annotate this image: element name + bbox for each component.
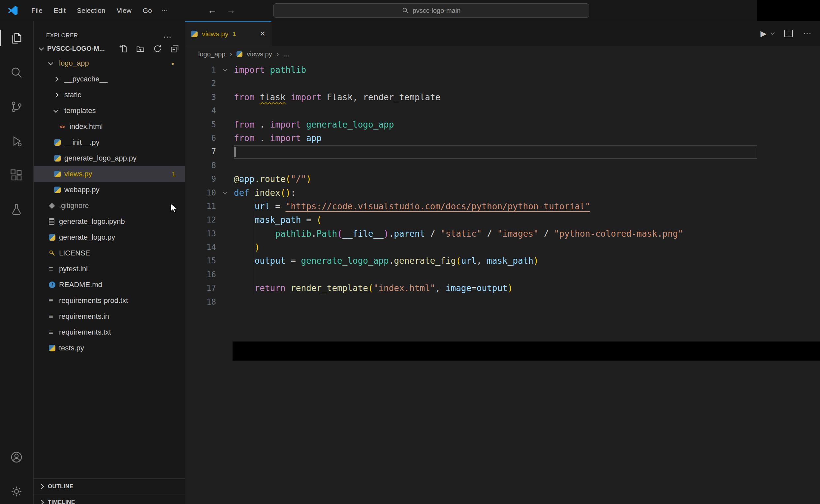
back-button[interactable]: ← — [208, 5, 217, 15]
tree-item-webapp.py[interactable]: webapp.py — [34, 182, 185, 198]
tree-item-.gitignore[interactable]: .gitignore — [34, 198, 185, 214]
tree-item-tests.py[interactable]: tests.py — [34, 340, 185, 356]
line-number[interactable]: 10 — [185, 186, 216, 200]
tree-item-generate_logo_app.py[interactable]: generate_logo_app.py — [34, 150, 185, 166]
menu-item-file[interactable]: File — [26, 5, 47, 16]
editor-more-button[interactable]: ··· — [803, 28, 811, 39]
line-number[interactable]: 18 — [185, 295, 216, 309]
new-folder-icon[interactable] — [136, 44, 144, 53]
activity-run-debug[interactable] — [0, 124, 33, 158]
line-number[interactable]: 15 — [185, 254, 216, 268]
tree-item-requirements-prod.txt[interactable]: ≡requirements-prod.txt — [34, 293, 185, 309]
fold-chevron-icon[interactable] — [223, 190, 227, 194]
tree-item-static[interactable]: static — [34, 87, 185, 103]
menu-item-edit[interactable]: Edit — [49, 5, 71, 16]
notebook-file-icon — [49, 218, 54, 225]
tree-item-templates[interactable]: templates — [34, 103, 185, 119]
line-number[interactable]: 5 — [185, 118, 216, 132]
line-number[interactable]: 9 — [185, 172, 216, 186]
split-editor-button[interactable] — [784, 30, 793, 37]
tree-item-pytest.ini[interactable]: ≡pytest.ini — [34, 261, 185, 277]
code-line-18[interactable]: 18 — [185, 295, 820, 309]
collapse-all-icon[interactable] — [170, 44, 179, 53]
breadcrumb-folder[interactable]: logo_app — [198, 50, 225, 58]
line-number[interactable]: 2 — [185, 77, 216, 90]
code-line-15[interactable]: 15 output = generate_logo_app.generate_f… — [185, 254, 820, 268]
line-number[interactable]: 17 — [185, 282, 216, 295]
line-number[interactable]: 12 — [185, 213, 216, 227]
code-line-17[interactable]: 17 return render_template("index.html", … — [185, 282, 820, 295]
tree-item-README.md[interactable]: iREADME.md — [34, 277, 185, 293]
tab-label: views.py — [202, 30, 228, 38]
menubar: FileEditSelectionViewGo — [26, 5, 157, 16]
line-number[interactable]: 4 — [185, 104, 216, 118]
tab-views-py[interactable]: views.py 1 × — [185, 21, 271, 46]
code-line-14[interactable]: 14 ) — [185, 241, 820, 254]
line-number[interactable]: 6 — [185, 132, 216, 145]
line-number[interactable]: 8 — [185, 159, 216, 172]
code-line-6[interactable]: 6from . import app — [185, 132, 820, 145]
line-number[interactable]: 11 — [185, 200, 216, 213]
project-root-row[interactable]: PVSCC-LOGO-M... — [34, 42, 185, 55]
code-line-8[interactable]: 8 — [185, 159, 820, 172]
command-center-search[interactable]: pvscc-logo-main — [273, 3, 589, 18]
project-root-label: PVSCC-LOGO-M... — [47, 45, 103, 52]
timeline-section-header[interactable]: TIMELINE — [34, 494, 185, 504]
tree-item-generate_logo.ipynb[interactable]: generate_logo.ipynb — [34, 214, 185, 229]
code-line-10[interactable]: 10def index(): — [185, 186, 820, 200]
activity-search[interactable] — [0, 55, 33, 90]
menu-item-selection[interactable]: Selection — [72, 5, 110, 16]
code-line-3[interactable]: 3from flask import Flask, render_templat… — [185, 91, 820, 104]
forward-button[interactable]: → — [227, 5, 235, 15]
line-number[interactable]: 14 — [185, 241, 216, 254]
code-editor[interactable]: 1import pathlib23from flask import Flask… — [185, 62, 820, 504]
explorer-more-button[interactable]: ··· — [163, 34, 171, 39]
fold-chevron-icon[interactable] — [223, 67, 227, 72]
tree-item-views.py[interactable]: views.py1 — [34, 166, 185, 182]
activity-explorer[interactable] — [0, 21, 33, 55]
run-button[interactable]: ▶ — [761, 29, 767, 38]
line-number[interactable]: 1 — [185, 63, 216, 77]
tree-item-logo_app[interactable]: logo_app● — [34, 55, 185, 71]
code-line-5[interactable]: 5from . import generate_logo_app — [185, 118, 820, 132]
tree-item-__pycache__[interactable]: __pycache__ — [34, 71, 185, 87]
refresh-icon[interactable] — [153, 44, 162, 53]
python-file-icon — [54, 155, 61, 162]
run-dropdown-chevron-icon[interactable] — [771, 31, 775, 35]
menu-item-go[interactable]: Go — [138, 5, 157, 16]
tree-item-label: tests.py — [59, 344, 84, 352]
tree-item-requirements.in[interactable]: ≡requirements.in — [34, 309, 185, 324]
code-line-9[interactable]: 9@app.route("/") — [185, 172, 820, 186]
menubar-more-button[interactable]: ··· — [157, 6, 172, 15]
code-line-2[interactable]: 2 — [185, 77, 820, 90]
redacted-region-editor — [232, 341, 820, 361]
tree-item-__init__.py[interactable]: __init__.py — [34, 134, 185, 150]
tree-item-requirements.txt[interactable]: ≡requirements.txt — [34, 324, 185, 340]
code-line-16[interactable]: 16 — [185, 268, 820, 282]
code-line-11[interactable]: 11 url = "https://code.visualstudio.com/… — [185, 200, 820, 213]
line-number[interactable]: 16 — [185, 268, 216, 282]
code-line-13[interactable]: 13 pathlib.Path(__file__).parent / "stat… — [185, 227, 820, 241]
new-file-icon[interactable] — [119, 44, 127, 53]
line-number[interactable]: 7 — [185, 145, 216, 159]
tree-item-index.html[interactable]: <>index.html — [34, 119, 185, 134]
activity-account[interactable] — [0, 440, 33, 474]
code-line-12[interactable]: 12 mask_path = ( — [185, 213, 820, 227]
outline-section-header[interactable]: OUTLINE — [34, 478, 185, 494]
tree-item-LICENSE[interactable]: LICENSE — [34, 245, 185, 261]
line-number[interactable]: 3 — [185, 91, 216, 104]
activity-settings[interactable] — [0, 474, 33, 504]
chevron-right-icon — [53, 76, 59, 82]
tree-item-generate_logo.py[interactable]: generate_logo.py — [34, 229, 185, 245]
activity-source-control[interactable] — [0, 90, 33, 124]
code-line-1[interactable]: 1import pathlib — [185, 63, 820, 77]
activity-extensions[interactable] — [0, 158, 33, 193]
close-icon[interactable]: × — [260, 29, 265, 39]
breadcrumb-file[interactable]: views.py — [247, 50, 272, 58]
tree-item-label: __pycache__ — [64, 75, 107, 83]
line-number[interactable]: 13 — [185, 227, 216, 241]
breadcrumb-symbol[interactable]: … — [283, 50, 289, 58]
activity-testing[interactable] — [0, 193, 33, 227]
code-line-4[interactable]: 4 — [185, 104, 820, 118]
menu-item-view[interactable]: View — [111, 5, 136, 16]
